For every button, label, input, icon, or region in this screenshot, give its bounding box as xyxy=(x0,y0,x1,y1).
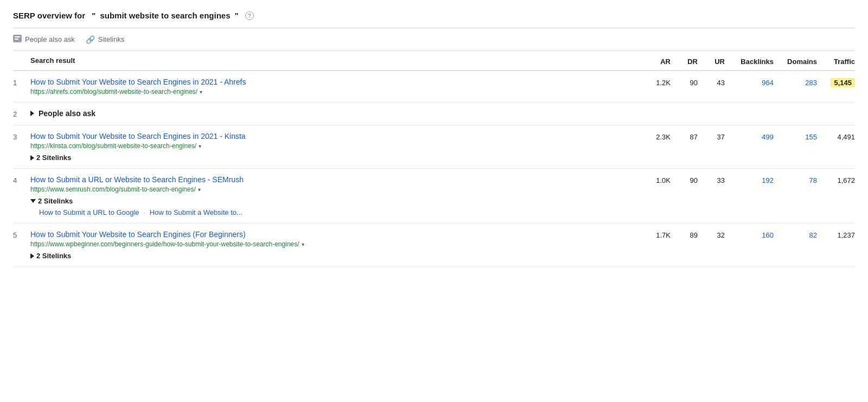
col-domains[interactable]: 283 xyxy=(774,78,817,87)
title-prefix: SERP overview for xyxy=(13,11,85,20)
col-dr: 90 xyxy=(671,175,698,184)
col-ar: 1.2K xyxy=(633,78,671,87)
title-query: submit website to search engines xyxy=(100,11,230,20)
filter-people-also-ask[interactable]: People also ask xyxy=(13,35,75,44)
sitelink-item[interactable]: How to Submit a Website to... xyxy=(150,208,242,216)
header-backlinks: Backlinks xyxy=(725,56,774,66)
result-url-row: https://www.wpbeginner.com/beginners-gui… xyxy=(30,240,633,248)
header-dr: DR xyxy=(671,56,698,66)
table-row: 3 How to Submit Your Website to Search E… xyxy=(13,125,855,169)
filter-sitelinks-label: Sitelinks xyxy=(98,35,124,43)
col-ar: 1.0K xyxy=(633,175,671,184)
result-url-text[interactable]: https://www.wpbeginner.com/beginners-gui… xyxy=(30,240,299,248)
header-domains: Domains xyxy=(774,56,817,66)
result-title[interactable]: How to Submit Your Website to Search Eng… xyxy=(30,78,633,86)
row-result: How to Submit Your Website to Search Eng… xyxy=(30,230,633,260)
traffic-value: 5,145 xyxy=(831,78,855,87)
sitelinks-toggle[interactable]: 2 Sitelinks xyxy=(30,252,633,260)
header-traffic: Traffic xyxy=(817,56,855,66)
col-domains[interactable]: 82 xyxy=(774,230,817,239)
sitelinks-toggle[interactable]: 2 Sitelinks xyxy=(30,154,633,162)
col-ar xyxy=(633,109,671,110)
result-url-row: https://ahrefs.com/blog/submit-website-t… xyxy=(30,88,633,95)
sitelinks-label: 2 Sitelinks xyxy=(36,154,71,162)
row-num: 4 xyxy=(13,175,30,184)
header-ar: AR xyxy=(633,56,671,66)
help-icon[interactable]: ? xyxy=(245,11,254,20)
people-also-ask-row[interactable]: People also ask xyxy=(30,109,633,118)
col-domains[interactable]: 155 xyxy=(774,132,817,141)
col-backlinks[interactable]: 192 xyxy=(725,175,774,184)
svg-rect-1 xyxy=(15,36,20,37)
triangle-right-icon xyxy=(30,111,34,116)
table-header: Search result AR DR UR Backlinks Domains… xyxy=(13,51,855,71)
people-also-ask-icon xyxy=(13,35,22,44)
filter-sitelinks[interactable]: 🔗 Sitelinks xyxy=(86,35,124,44)
page-title: SERP overview for "submit website to sea… xyxy=(13,11,855,28)
col-ur xyxy=(698,109,725,110)
col-backlinks[interactable]: 160 xyxy=(725,230,774,239)
row-num: 1 xyxy=(13,78,30,87)
triangle-right-icon xyxy=(30,155,34,161)
col-dr xyxy=(671,109,698,110)
dropdown-arrow[interactable]: ▾ xyxy=(200,89,202,95)
table-row: 2 People also ask xyxy=(13,103,855,125)
col-ur: 33 xyxy=(698,175,725,184)
col-traffic: 1,672 xyxy=(817,175,855,184)
dropdown-arrow[interactable]: ▾ xyxy=(199,143,201,149)
sitelinks-separator: · xyxy=(144,209,145,216)
sitelinks-expanded: 2 Sitelinks How to Submit a URL to Googl… xyxy=(30,197,633,216)
result-url-text[interactable]: https://www.semrush.com/blog/submit-to-s… xyxy=(30,186,196,193)
row-result: People also ask xyxy=(30,109,633,118)
col-dr: 90 xyxy=(671,78,698,87)
col-dr: 87 xyxy=(671,132,698,141)
sitelink-item[interactable]: How to Submit a URL to Google xyxy=(39,208,139,216)
col-ar: 2.3K xyxy=(633,132,671,141)
sitelinks-icon: 🔗 xyxy=(86,35,95,44)
table-row: 4 How to Submit a URL or Website to Sear… xyxy=(13,169,855,224)
dropdown-arrow[interactable]: ▾ xyxy=(302,241,304,247)
sitelinks-label: 2 Sitelinks xyxy=(38,197,73,205)
result-title[interactable]: How to Submit Your Website to Search Eng… xyxy=(30,132,633,141)
filter-people-also-ask-label: People also ask xyxy=(25,35,75,43)
triangle-down-icon xyxy=(30,199,36,203)
row-result: How to Submit Your Website to Search Eng… xyxy=(30,78,633,95)
header-ur: UR xyxy=(698,56,725,66)
col-ur: 37 xyxy=(698,132,725,141)
col-traffic: 4,491 xyxy=(817,132,855,141)
people-also-ask-label: People also ask xyxy=(39,109,95,118)
col-dr: 89 xyxy=(671,230,698,239)
result-url-row: https://kinsta.com/blog/submit-website-t… xyxy=(30,142,633,150)
row-num: 3 xyxy=(13,132,30,141)
svg-rect-2 xyxy=(15,39,18,40)
sitelinks-links: How to Submit a URL to Google · How to S… xyxy=(30,208,633,216)
triangle-right-icon xyxy=(30,253,34,259)
result-url-row: https://www.semrush.com/blog/submit-to-s… xyxy=(30,186,633,193)
dropdown-arrow[interactable]: ▾ xyxy=(198,187,201,193)
sitelinks-label: 2 Sitelinks xyxy=(36,252,71,260)
header-num xyxy=(13,56,30,66)
col-backlinks[interactable]: 499 xyxy=(725,132,774,141)
col-domains xyxy=(774,109,817,110)
col-traffic: 5,145 xyxy=(817,78,855,87)
header-result: Search result xyxy=(30,56,633,66)
col-domains[interactable]: 78 xyxy=(774,175,817,184)
col-ur: 32 xyxy=(698,230,725,239)
col-ur: 43 xyxy=(698,78,725,87)
table-row: 5 How to Submit Your Website to Search E… xyxy=(13,224,855,267)
result-title[interactable]: How to Submit a URL or Website to Search… xyxy=(30,175,633,184)
sitelinks-toggle-open[interactable]: 2 Sitelinks xyxy=(30,197,633,205)
sitelinks-collapsed: 2 Sitelinks xyxy=(30,154,633,162)
col-traffic: 1,237 xyxy=(817,230,855,239)
col-traffic xyxy=(817,109,855,110)
table-row: 1 How to Submit Your Website to Search E… xyxy=(13,71,855,103)
row-num: 5 xyxy=(13,230,30,239)
result-title[interactable]: How to Submit Your Website to Search Eng… xyxy=(30,230,633,239)
row-result: How to Submit Your Website to Search Eng… xyxy=(30,132,633,162)
row-result: How to Submit a URL or Website to Search… xyxy=(30,175,633,216)
table: Search result AR DR UR Backlinks Domains… xyxy=(13,51,855,267)
col-ar: 1.7K xyxy=(633,230,671,239)
col-backlinks[interactable]: 964 xyxy=(725,78,774,87)
result-url-text[interactable]: https://kinsta.com/blog/submit-website-t… xyxy=(30,142,196,150)
result-url-text[interactable]: https://ahrefs.com/blog/submit-website-t… xyxy=(30,88,197,95)
